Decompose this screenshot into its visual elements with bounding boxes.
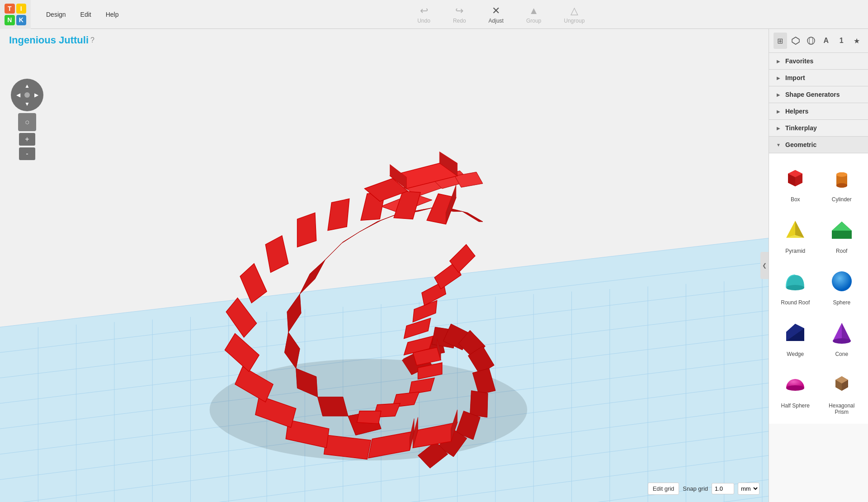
nav-down[interactable]: ▼	[23, 99, 32, 109]
project-title: Ingenious Juttuli	[9, 34, 89, 46]
shape-round-roof[interactable]: Round Roof	[774, 261, 817, 310]
svg-marker-139	[795, 221, 804, 238]
roof-label: Roof	[836, 248, 847, 254]
nav-help[interactable]: Help	[99, 7, 125, 22]
favorites-title: Favorites	[785, 57, 813, 65]
cone-label: Cone	[835, 351, 848, 357]
group-icon: ▲	[529, 5, 539, 17]
logo-i: I	[16, 4, 27, 14]
panel-num-icon-btn[interactable]: 1	[835, 33, 848, 49]
svg-point-145	[832, 271, 852, 291]
shape-roof[interactable]: Roof	[820, 209, 864, 258]
section-favorites[interactable]: ▶ Favorites	[769, 53, 868, 70]
nav-up-right	[32, 81, 41, 90]
half-sphere-canvas	[779, 368, 811, 401]
roof-canvas	[826, 213, 858, 246]
section-import[interactable]: ▶ Import	[769, 70, 868, 86]
round-roof-canvas	[779, 265, 811, 298]
shape-generators-title: Shape Generators	[785, 91, 840, 98]
panel-grid-icon-btn[interactable]: ⊞	[774, 33, 787, 49]
shapes-grid: Box Cylinder	[769, 153, 868, 424]
shape-box[interactable]: Box	[774, 158, 817, 207]
view-cube[interactable]: ⬡	[18, 113, 36, 131]
panel-text-icon-btn[interactable]: A	[819, 33, 833, 49]
shape-cone[interactable]: Cone	[820, 313, 864, 361]
nav-right[interactable]: ▶	[32, 90, 41, 99]
shape-cylinder[interactable]: Cylinder	[820, 158, 864, 207]
panel-globe-icon-btn[interactable]	[804, 33, 818, 49]
toolbar-center: ↩ Undo ↪ Redo ✕ Adjust ▲ Group △ Ungroup	[134, 2, 868, 27]
tinkerplay-title: Tinkerplay	[785, 124, 817, 132]
import-title: Import	[785, 74, 805, 81]
section-tinkerplay[interactable]: ▶ Tinkerplay	[769, 120, 868, 137]
adjust-button[interactable]: ✕ Adjust	[484, 2, 508, 27]
svg-marker-102	[297, 213, 316, 247]
pyramid-canvas	[779, 213, 811, 246]
viewport[interactable]	[0, 29, 769, 502]
box-label: Box	[791, 196, 800, 203]
snap-grid-unit-select[interactable]: mm	[738, 483, 760, 495]
panel-star-icon-btn[interactable]: ★	[850, 33, 863, 49]
svg-marker-50	[470, 391, 488, 417]
svg-point-152	[833, 338, 851, 344]
section-shape-generators[interactable]: ▶ Shape Generators	[769, 86, 868, 103]
adjust-icon: ✕	[492, 5, 500, 17]
snap-grid-input[interactable]	[712, 483, 734, 494]
svg-point-144	[786, 285, 804, 290]
geometric-title: Geometric	[785, 141, 816, 148]
nav-center[interactable]	[23, 90, 32, 99]
svg-marker-138	[786, 221, 795, 238]
sphere-canvas	[826, 265, 858, 298]
svg-point-136	[836, 183, 847, 188]
svg-point-127	[809, 37, 813, 44]
collapse-panel-arrow[interactable]: ❮	[760, 252, 769, 279]
section-geometric[interactable]: ▼ Geometric	[769, 137, 868, 153]
nav-down-right	[32, 99, 41, 109]
shape-hexagonal-prism[interactable]: Hexagonal Prism	[820, 364, 864, 419]
shape-wedge[interactable]: Wedge	[774, 313, 817, 361]
tinkerplay-arrow: ▶	[775, 125, 782, 131]
nav-edit[interactable]: Edit	[74, 7, 98, 22]
shape-half-sphere[interactable]: Half Sphere	[774, 364, 817, 419]
ungroup-label: Ungroup	[564, 18, 585, 24]
redo-button[interactable]: ↪ Redo	[448, 2, 471, 27]
section-helpers[interactable]: ▶ Helpers	[769, 103, 868, 120]
canvas-area[interactable]: Ingenious Juttuli ?	[0, 29, 769, 502]
shape-pyramid[interactable]: Pyramid	[774, 209, 817, 258]
ungroup-button[interactable]: △ Ungroup	[559, 2, 589, 27]
shape-generators-arrow: ▶	[775, 91, 782, 98]
direction-pad[interactable]: ▲ ◀ ▶ ▼	[11, 79, 43, 111]
group-label: Group	[526, 18, 541, 24]
help-button[interactable]: ?	[90, 36, 94, 44]
zoom-out-button[interactable]: -	[19, 147, 35, 160]
scene-svg	[0, 29, 769, 502]
right-panel: ⊞ A 1 ★ ▶ Favorites ▶ Import ▶ Shape Gen…	[769, 29, 868, 502]
topbar: T I N K Design Edit Help ↩ Undo ↪ Redo ✕…	[0, 0, 868, 29]
round-roof-label: Round Roof	[781, 299, 810, 306]
undo-icon: ↩	[420, 5, 428, 17]
nav-menu: Design Edit Help	[31, 7, 134, 22]
nav-design[interactable]: Design	[40, 7, 72, 22]
shape-sphere[interactable]: Sphere	[820, 261, 864, 310]
edit-grid-button[interactable]: Edit grid	[648, 483, 679, 495]
nav-left[interactable]: ◀	[14, 90, 23, 99]
group-button[interactable]: ▲ Group	[522, 2, 546, 27]
svg-marker-61	[317, 397, 348, 416]
adjust-label: Adjust	[489, 18, 504, 24]
svg-point-137	[836, 172, 847, 177]
import-arrow: ▶	[775, 75, 782, 81]
half-sphere-label: Half Sphere	[781, 403, 810, 409]
hex-prism-canvas	[826, 368, 858, 401]
hex-prism-label: Hexagonal Prism	[822, 403, 862, 415]
zoom-in-button[interactable]: +	[19, 133, 35, 146]
undo-button[interactable]: ↩ Undo	[413, 2, 435, 27]
logo[interactable]: T I N K	[0, 0, 31, 29]
favorites-arrow: ▶	[775, 58, 782, 64]
svg-marker-151	[842, 323, 851, 341]
logo-k: K	[16, 15, 27, 25]
nav-up[interactable]: ▲	[23, 81, 32, 90]
panel-cube-icon-btn[interactable]	[789, 33, 802, 49]
svg-point-153	[786, 385, 804, 391]
logo-t: T	[5, 4, 15, 14]
undo-label: Undo	[417, 18, 430, 24]
